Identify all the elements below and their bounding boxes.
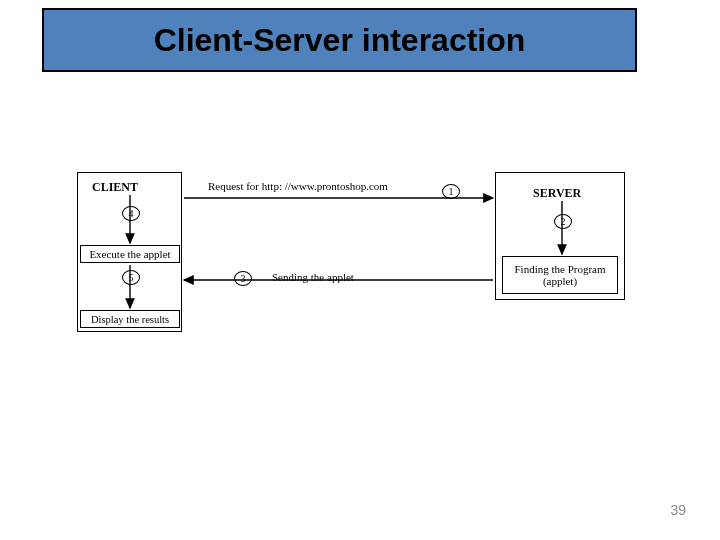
step-3-marker: 3 [234,271,252,286]
step-2-marker: 2 [554,214,572,229]
client-server-diagram: CLIENT SERVER Execute the applet Display… [0,0,720,540]
page-number: 39 [670,502,686,518]
step-5-marker: 5 [122,270,140,285]
finding-program-box: Finding the Program (applet) [502,256,618,294]
request-label: Request for http: //www.prontoshop.com [208,180,388,192]
server-title: SERVER [533,186,581,201]
display-results-box: Display the results [80,310,180,328]
client-title: CLIENT [92,180,138,195]
execute-applet-box: Execute the applet [80,245,180,263]
step-4-marker: 4 [122,206,140,221]
step-1-marker: 1 [442,184,460,199]
sending-applet-label: Sending the applet [272,271,354,283]
